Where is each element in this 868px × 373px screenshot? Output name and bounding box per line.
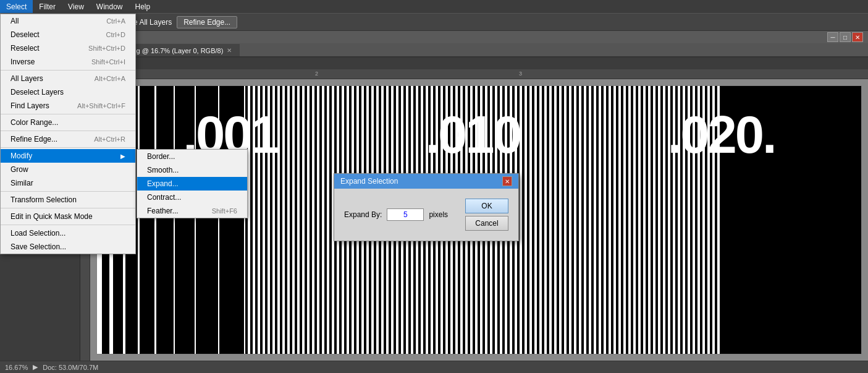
menu-item-deselect-layers-label: Deselect Layers [11,88,64,96]
menu-item-all[interactable]: All Ctrl+A [1,14,135,28]
bar [196,86,218,354]
submenu-feather-label: Feather... [147,207,179,215]
submenu-contract-label: Contract... [147,193,181,202]
expand-unit-label: pixels [429,210,448,219]
divider-5 [1,191,135,192]
menu-item-reselect-shortcut: Shift+Ctrl+D [88,45,125,52]
menu-item-reselect-label: Reselect [11,44,40,53]
submenu-expand[interactable]: Expand... [137,177,247,191]
close-button[interactable]: ✕ [852,32,863,42]
expand-by-input[interactable] [387,208,424,221]
menu-item-modify-label: Modify [11,152,32,160]
menu-item-color-range-label: Color Range... [11,118,58,127]
menu-item-color-range[interactable]: Color Range... [1,116,135,129]
submenu-border-label: Border... [147,152,175,161]
menu-item-refine-edge-label: Refine Edge... [11,135,57,144]
zoom-level: 16.67% [5,364,28,371]
doc-info: Doc: 53.0M/70.7M [43,364,98,371]
submenu-feather-shortcut: Shift+F6 [212,207,237,215]
menu-item-transform-selection-label: Transform Selection [11,195,77,204]
bar [717,86,720,354]
dialog-buttons: OK Cancel [465,199,508,231]
bar [156,86,174,354]
menu-filter[interactable]: Filter [33,0,62,13]
ruler-horizontal: 1 2 3 [80,69,868,79]
menu-item-deselect[interactable]: Deselect Ctrl+D [1,28,135,41]
menu-item-edit-quick-mask[interactable]: Edit in Quick Mask Mode [1,210,135,223]
menu-item-similar[interactable]: Similar [1,176,135,190]
expand-by-row: Expand By: pixels [344,208,460,221]
submenu-border[interactable]: Border... [137,150,247,163]
dialog-title-text: Expand Selection [340,177,398,186]
menu-item-inverse-shortcut: Shift+Ctrl+I [91,58,125,66]
menu-view[interactable]: View [62,0,90,13]
ruler-label-2: 2 [315,71,318,77]
bar [175,86,195,354]
minimize-button[interactable]: ─ [827,32,838,42]
divider-6 [1,208,135,208]
menu-item-all-label: All [11,17,19,25]
menu-item-grow[interactable]: Grow [1,163,135,176]
menu-item-save-selection[interactable]: Save Selection... [1,240,135,254]
dialog-cancel-button[interactable]: Cancel [465,216,508,231]
submenu-contract[interactable]: Contract... [137,191,247,204]
menu-item-find-layers-label: Find Layers [11,101,49,110]
menu-item-refine-edge[interactable]: Refine Edge... Alt+Ctrl+R [1,132,135,146]
divider-3 [1,131,135,131]
submenu-smooth-label: Smooth... [147,166,179,174]
submenu-expand-label: Expand... [147,179,179,188]
menu-item-save-selection-label: Save Selection... [11,242,66,251]
dialog-expand-row: Expand By: pixels OK Cancel [344,199,508,231]
submenu-smooth[interactable]: Smooth... [137,163,247,177]
menu-item-grow-label: Grow [11,165,28,174]
restore-button[interactable]: □ [840,32,851,42]
divider-4 [1,147,135,148]
expand-selection-dialog: Expand Selection ✕ Expand By: pixels OK … [334,173,519,241]
dialog-ok-button[interactable]: OK [465,199,508,213]
menu-item-find-layers[interactable]: Find Layers Alt+Shift+Ctrl+F [1,99,135,113]
menu-item-all-layers[interactable]: All Layers Alt+Ctrl+A [1,72,135,85]
menu-item-modify[interactable]: Modify ▶ Border... Smooth... Expand... C… [1,149,135,163]
modify-submenu: Border... Smooth... Expand... Contract..… [137,149,248,218]
menu-item-all-layers-label: All Layers [11,74,43,83]
menu-item-similar-label: Similar [11,179,33,187]
bar [219,86,244,354]
menu-item-reselect[interactable]: Reselect Shift+Ctrl+D [1,41,135,55]
menu-item-transform-selection[interactable]: Transform Selection [1,193,135,207]
dialog-close-button[interactable]: ✕ [502,176,512,186]
doc-info-arrow: ▶ [33,363,38,371]
menu-item-deselect-shortcut: Ctrl+D [106,31,125,38]
menu-item-load-selection[interactable]: Load Selection... [1,226,135,240]
submenu-feather[interactable]: Feather... Shift+F6 [137,204,247,218]
divider-2 [1,114,135,114]
menu-item-edit-quick-mask-label: Edit in Quick Mask Mode [11,212,93,221]
bar [140,86,154,354]
menu-item-find-layers-shortcut: Alt+Shift+Ctrl+F [77,102,125,109]
menu-item-refine-edge-shortcut: Alt+Ctrl+R [94,135,125,143]
tab-linetest-close[interactable]: ✕ [227,47,232,54]
modify-arrow: ▶ [120,153,125,160]
menu-item-deselect-label: Deselect [11,30,40,39]
select-dropdown: All Ctrl+A Deselect Ctrl+D Reselect Shif… [0,14,136,254]
divider-1 [1,70,135,71]
dialog-title-bar: Expand Selection ✕ [334,174,518,189]
status-bar: 16.67% ▶ Doc: 53.0M/70.7M [0,361,868,373]
menu-item-inverse-label: Inverse [11,58,35,66]
refine-edge-button[interactable]: Refine Edge... [177,16,237,28]
menu-bar: Select Filter View Window Help [0,0,868,14]
menu-item-deselect-layers[interactable]: Deselect Layers [1,85,135,99]
menu-item-all-shortcut: Ctrl+A [106,17,125,25]
menu-select[interactable]: Select [0,0,33,13]
divider-7 [1,225,135,225]
menu-help[interactable]: Help [129,0,157,13]
menu-item-inverse[interactable]: Inverse Shift+Ctrl+I [1,55,135,69]
menu-window[interactable]: Window [90,0,129,13]
expand-by-label: Expand By: [344,210,382,219]
menu-item-load-selection-label: Load Selection... [11,229,65,238]
ruler-label-3: 3 [519,71,522,77]
menu-item-all-layers-shortcut: Alt+Ctrl+A [95,75,125,82]
dialog-body: Expand By: pixels OK Cancel [334,189,518,241]
